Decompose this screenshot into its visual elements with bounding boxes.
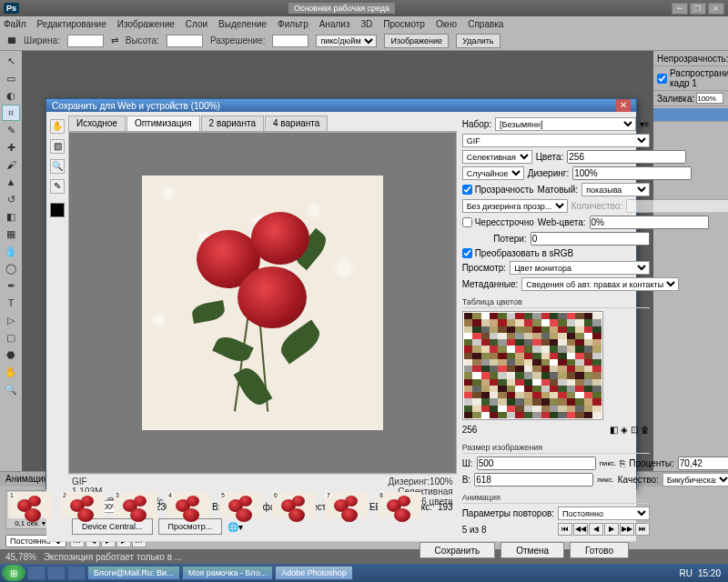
menu-layers[interactable]: Слои xyxy=(186,19,207,29)
heal-tool[interactable]: ✚ xyxy=(2,139,20,156)
color-swatch-item[interactable] xyxy=(550,412,558,418)
color-swatch-item[interactable] xyxy=(567,379,575,386)
color-swatch-item[interactable] xyxy=(464,353,472,359)
color-swatch-item[interactable] xyxy=(541,339,550,346)
color-swatch-item[interactable] xyxy=(584,353,592,359)
color-swatch-item[interactable] xyxy=(498,398,506,405)
width-input[interactable] xyxy=(67,35,104,47)
color-swatch-item[interactable] xyxy=(490,412,498,418)
color-swatch-item[interactable] xyxy=(575,412,583,418)
color-swatch-item[interactable] xyxy=(464,412,472,418)
color-swatch-item[interactable] xyxy=(532,398,541,405)
color-swatch-item[interactable] xyxy=(558,333,566,339)
color-swatch-item[interactable] xyxy=(498,359,506,366)
color-swatch-item[interactable] xyxy=(575,359,583,366)
color-swatch-item[interactable] xyxy=(584,359,592,366)
color-swatch-item[interactable] xyxy=(498,379,506,386)
pinned-explorer-icon[interactable] xyxy=(47,566,66,580)
view-select[interactable]: Цвет монитора xyxy=(510,261,650,275)
color-swatch-item[interactable] xyxy=(481,346,490,352)
color-swatch-item[interactable] xyxy=(575,398,583,405)
slice-icon[interactable]: ▧ xyxy=(50,139,65,154)
color-swatch-item[interactable] xyxy=(592,386,601,392)
color-swatch-item[interactable] xyxy=(507,386,515,392)
color-swatch-item[interactable] xyxy=(490,386,498,392)
color-swatch-item[interactable] xyxy=(550,398,558,405)
color-swatch-item[interactable] xyxy=(558,412,566,418)
color-swatch-item[interactable] xyxy=(567,392,575,398)
color-swatch-item[interactable] xyxy=(507,379,515,386)
color-swatch-item[interactable] xyxy=(524,386,532,392)
metadata-select[interactable]: Сведения об авт. правах и контакты xyxy=(521,277,679,291)
color-swatch-item[interactable] xyxy=(592,333,601,339)
tab-4up[interactable]: 4 варианта xyxy=(265,115,328,131)
color-swatch-item[interactable] xyxy=(507,398,515,405)
color-swatch-item[interactable] xyxy=(524,359,532,366)
color-swatch-item[interactable] xyxy=(584,313,592,319)
color-swatch-item[interactable] xyxy=(584,346,592,352)
color-swatch-item[interactable] xyxy=(524,398,532,405)
marquee-tool[interactable]: ▭ xyxy=(2,70,20,86)
color-swatch-item[interactable] xyxy=(584,386,592,392)
dodge-tool[interactable]: ◯ xyxy=(2,260,20,276)
color-swatch-item[interactable] xyxy=(464,339,472,346)
color-swatch-item[interactable] xyxy=(575,406,583,412)
color-swatch-item[interactable] xyxy=(532,359,541,366)
color-swatch-item[interactable] xyxy=(558,398,566,405)
menu-filter[interactable]: Фильтр xyxy=(278,19,308,29)
shape-tool[interactable]: ▢ xyxy=(2,329,20,346)
color-swatch-item[interactable] xyxy=(507,339,515,346)
color-swatch-item[interactable] xyxy=(507,333,515,339)
color-swatch-item[interactable] xyxy=(507,313,515,319)
color-swatch-item[interactable] xyxy=(464,372,472,378)
color-swatch-item[interactable] xyxy=(524,366,532,372)
color-table[interactable] xyxy=(462,311,603,420)
color-swatch-item[interactable] xyxy=(472,386,480,392)
color-swatch-item[interactable] xyxy=(481,372,490,378)
color-swatch-item[interactable] xyxy=(567,372,575,378)
color-swatch-item[interactable] xyxy=(481,386,490,392)
color-swatch-item[interactable] xyxy=(515,359,523,366)
color-swatch-item[interactable] xyxy=(524,333,532,339)
color-swatch-item[interactable] xyxy=(472,412,480,418)
color-swatch-item[interactable] xyxy=(550,333,558,339)
color-swatch-item[interactable] xyxy=(575,366,583,372)
color-swatch-item[interactable] xyxy=(515,346,523,352)
color-swatch-item[interactable] xyxy=(575,392,583,398)
color-swatch-item[interactable] xyxy=(532,353,541,359)
menu-3d[interactable]: 3D xyxy=(360,19,372,29)
menu-window[interactable]: Окно xyxy=(436,19,457,29)
color-swatch-item[interactable] xyxy=(584,366,592,372)
color-swatch-item[interactable] xyxy=(558,339,566,346)
color-swatch-item[interactable] xyxy=(592,359,601,366)
color-swatch-item[interactable] xyxy=(558,366,566,372)
color-swatch-item[interactable] xyxy=(498,406,506,412)
interlace-checkbox[interactable] xyxy=(462,217,472,227)
color-swatch-item[interactable] xyxy=(567,313,575,319)
color-swatch-item[interactable] xyxy=(592,392,601,398)
color-swatch-item[interactable] xyxy=(584,398,592,405)
color-swatch-item[interactable] xyxy=(532,372,541,378)
color-swatch-item[interactable] xyxy=(567,366,575,372)
color-swatch-item[interactable] xyxy=(567,326,575,333)
start-button[interactable]: ⊞ xyxy=(2,565,25,581)
color-swatch-item[interactable] xyxy=(481,406,490,412)
dialog-close-icon[interactable]: ✕ xyxy=(616,99,631,112)
color-swatch-item[interactable] xyxy=(472,406,480,412)
color-swatch-item[interactable] xyxy=(575,333,583,339)
height-input[interactable] xyxy=(167,35,203,47)
color-swatch-item[interactable] xyxy=(515,372,523,378)
color-swatch-item[interactable] xyxy=(592,313,601,319)
color-swatch-item[interactable] xyxy=(507,326,515,333)
color-swatch-item[interactable] xyxy=(592,406,601,412)
color-swatch-item[interactable] xyxy=(575,386,583,392)
color-swatch-item[interactable] xyxy=(498,353,506,359)
color-swatch-item[interactable] xyxy=(464,366,472,372)
transparency-checkbox[interactable] xyxy=(462,185,472,195)
color-swatch-item[interactable] xyxy=(481,326,490,333)
color-swatch-item[interactable] xyxy=(550,366,558,372)
color-swatch-item[interactable] xyxy=(592,346,601,352)
blur-tool[interactable]: 💧 xyxy=(2,243,20,259)
color-swatch-item[interactable] xyxy=(464,386,472,392)
color-swatch-item[interactable] xyxy=(472,339,480,346)
